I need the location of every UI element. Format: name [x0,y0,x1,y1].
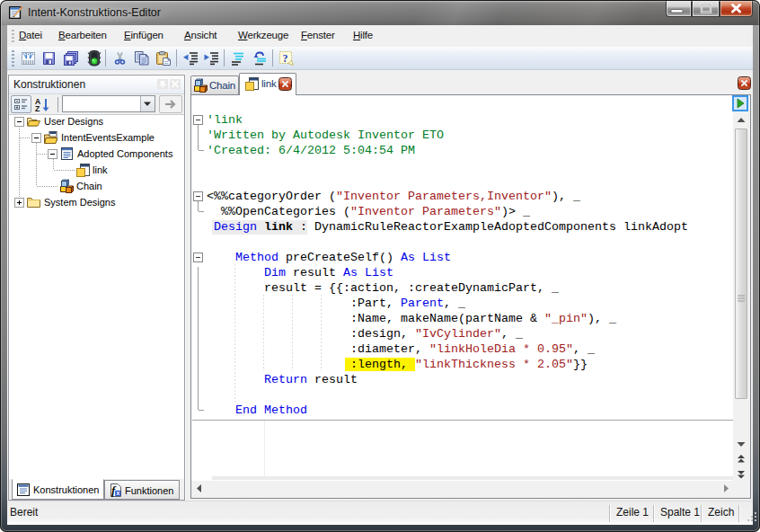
svg-text:Z: Z [35,104,40,113]
svg-text:?: ? [283,52,288,65]
